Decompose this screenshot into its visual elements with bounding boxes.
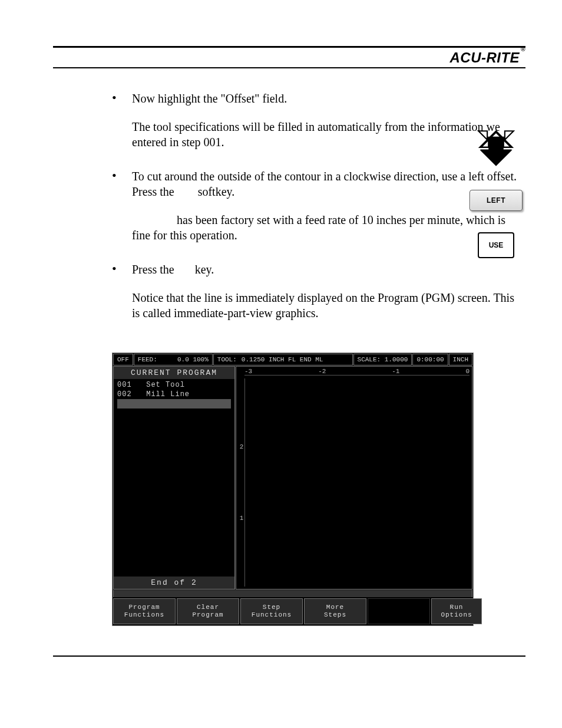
b2-line: To cut around the outside of the contour… <box>132 170 517 198</box>
softkey-more-steps[interactable]: MoreSteps <box>304 598 366 624</box>
b3-line: Press the <box>132 263 174 276</box>
softkey-row: ProgramFunctions ClearProgram StepFuncti… <box>113 597 473 625</box>
scale-value: SCALE: 1.0000 <box>353 354 412 365</box>
left-softkey-label: LEFT <box>487 196 505 205</box>
feed-value: 0.0 100% <box>177 356 209 363</box>
part-view: -3 -2 -1 0 2 1 <box>236 366 472 589</box>
brand-mark: ® <box>521 46 525 52</box>
svg-marker-6 <box>481 141 511 164</box>
softkey-run-options[interactable]: RunOptions <box>431 598 482 624</box>
time-value: 0:00:00 <box>412 354 448 365</box>
unit-value: INCH <box>449 354 472 365</box>
softkey-empty <box>368 598 430 624</box>
separator-bar <box>113 590 472 597</box>
b3-para: Notice that the line is immediately disp… <box>132 290 524 321</box>
status-off: OFF <box>113 354 133 365</box>
program-list[interactable]: 001 Set Tool 002 Mill Line <box>114 379 234 577</box>
brand-logo: ACU-RITE® <box>449 50 525 66</box>
rule-under-brand <box>53 67 525 68</box>
b3-line-after: key. <box>195 263 214 276</box>
list-item[interactable]: 002 Mill Line <box>117 390 231 399</box>
instruction-text: To cut around the outside of the contour… <box>132 169 524 256</box>
softkey-program-functions[interactable]: ProgramFunctions <box>113 598 176 624</box>
list-item[interactable]: 001 Set Tool <box>117 380 231 390</box>
side-button-column: LEFT USE <box>468 129 524 258</box>
b2-line-after: softkey. <box>198 185 235 198</box>
left-softkey[interactable]: LEFT <box>470 190 523 211</box>
b1-line: Now highlight the "Offset" field. <box>132 91 524 106</box>
arrow-down-icon <box>476 129 516 169</box>
brand-text: ACU-RITE <box>449 50 520 65</box>
use-key-label: USE <box>489 241 504 249</box>
bullet-icon: • <box>112 91 132 163</box>
bullet-icon: • <box>112 169 132 256</box>
program-panel-footer: End of 2 <box>114 577 234 589</box>
tool-label: TOOL: <box>217 356 237 363</box>
program-panel: Current Program 001 Set Tool 002 Mill Li… <box>113 366 235 589</box>
b1-para: The tool specifications will be filled i… <box>132 119 524 150</box>
instruction-text: Press the key. Notice that the line is i… <box>132 262 524 334</box>
feed-label: FEED: <box>138 356 157 363</box>
tool-value: 0.1250 INCH FL END ML <box>242 356 323 363</box>
program-panel-title: Current Program <box>114 367 234 379</box>
bullet-icon: • <box>112 262 132 334</box>
instruction-text: Now highlight the "Offset" field. The to… <box>132 91 524 163</box>
controller-screen: OFF FEED: 0.0 100% TOOL: 0.1250 INCH FL … <box>112 353 474 626</box>
rule-top <box>53 46 525 48</box>
list-cursor <box>117 399 231 409</box>
softkey-step-functions[interactable]: StepFunctions <box>240 598 303 624</box>
b2-para: has been factory set with a feed rate of… <box>132 213 505 242</box>
down-arrow-key[interactable] <box>476 129 516 169</box>
use-key[interactable]: USE <box>478 232 514 258</box>
status-bar: OFF FEED: 0.0 100% TOOL: 0.1250 INCH FL … <box>113 353 473 366</box>
rule-bottom <box>53 655 525 657</box>
softkey-clear-program[interactable]: ClearProgram <box>177 598 239 624</box>
